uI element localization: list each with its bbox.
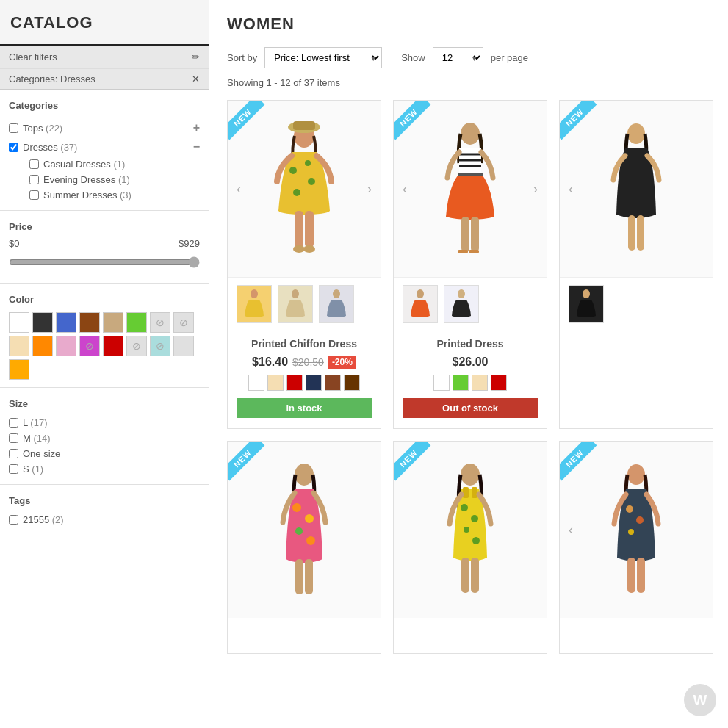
product-color-red-1[interactable]: [286, 375, 303, 391]
size-onesize-checkbox[interactable]: [9, 449, 18, 458]
new-badge-4: NEW: [228, 442, 272, 486]
stock-badge-1[interactable]: In stock: [237, 398, 372, 418]
category-tops-toggle[interactable]: +: [193, 121, 200, 134]
svg-point-28: [583, 289, 590, 298]
svg-point-36: [461, 464, 480, 486]
size-onesize-label[interactable]: One size: [23, 448, 60, 459]
per-page-select[interactable]: 12 24 36 All: [433, 47, 483, 68]
product-color-navy-1[interactable]: [306, 375, 322, 391]
color-swatch-orange[interactable]: [32, 336, 53, 356]
color-swatch-wheat[interactable]: [9, 336, 29, 356]
sub-category-summer-label[interactable]: Summer Dresses (3): [43, 190, 131, 201]
color-swatch-dark[interactable]: [32, 312, 53, 333]
product-prev-1[interactable]: ‹: [231, 177, 247, 201]
product-color-green-2[interactable]: [453, 375, 469, 391]
sub-category-evening-label[interactable]: Evening Dresses (1): [43, 174, 130, 185]
color-swatch-na3[interactable]: ⊘: [79, 336, 100, 356]
color-swatch-na5[interactable]: ⊘: [150, 336, 170, 356]
size-S-checkbox[interactable]: [9, 464, 18, 474]
size-L-label[interactable]: L (17): [23, 417, 47, 428]
sort-label: Sort by: [227, 52, 257, 63]
svg-point-46: [626, 505, 633, 513]
category-dresses-toggle[interactable]: −: [193, 140, 200, 154]
product-next-2[interactable]: ›: [527, 177, 544, 201]
color-swatch-yellow[interactable]: [9, 359, 29, 380]
clear-filters-button[interactable]: Clear filters ✏: [0, 46, 209, 69]
tag-21555-checkbox[interactable]: [9, 515, 18, 525]
product-image-2: NEW ‹: [394, 101, 547, 277]
svg-point-24: [458, 289, 465, 298]
new-badge-3: NEW: [560, 101, 604, 145]
product-color-red-2[interactable]: [491, 375, 507, 391]
size-M-checkbox[interactable]: [9, 433, 18, 443]
product-thumb-2a[interactable]: [403, 285, 438, 323]
svg-rect-8: [305, 211, 314, 248]
size-L-checkbox[interactable]: [9, 418, 18, 428]
svg-point-32: [295, 527, 303, 535]
product-prev-3[interactable]: ‹: [563, 177, 579, 201]
color-swatch-white[interactable]: [9, 312, 29, 333]
svg-point-30: [292, 503, 301, 512]
clear-filters-label: Clear filters: [9, 51, 57, 62]
color-swatch-brown[interactable]: [79, 312, 100, 333]
svg-point-13: [333, 289, 340, 298]
size-M-label[interactable]: M (14): [23, 433, 51, 444]
svg-point-10: [303, 245, 315, 253]
product-thumb-1c[interactable]: [319, 285, 354, 323]
product-card-1: NEW ‹: [227, 100, 381, 429]
product-color-beige-1[interactable]: [267, 375, 284, 391]
product-name-2: Printed Dress: [403, 338, 538, 350]
color-swatch-beige[interactable]: [103, 312, 123, 333]
svg-point-40: [472, 537, 480, 544]
color-swatch-red[interactable]: [103, 336, 123, 356]
product-thumb-2b[interactable]: [444, 285, 479, 323]
product-image-6: NEW ‹: [560, 442, 713, 618]
color-swatch-na4[interactable]: ⊘: [126, 336, 147, 356]
svg-rect-43: [461, 558, 469, 593]
price-section: Price $0 $929: [0, 211, 209, 284]
color-swatch-na6[interactable]: [173, 336, 194, 356]
product-prev-2[interactable]: ‹: [397, 177, 413, 201]
color-swatch-pink[interactable]: [56, 336, 76, 356]
color-swatch-green[interactable]: [126, 312, 147, 333]
product-thumb-1b[interactable]: [278, 285, 313, 323]
category-tops-checkbox[interactable]: [9, 123, 18, 133]
tag-21555-label[interactable]: 21555 (2): [23, 514, 64, 525]
color-swatch-blue[interactable]: [56, 312, 76, 333]
price-max: $929: [179, 238, 200, 249]
svg-rect-42: [472, 487, 477, 498]
product-color-white-1[interactable]: [248, 375, 264, 391]
product-color-beige-2[interactable]: [472, 375, 488, 391]
size-S-label[interactable]: S (1): [23, 464, 43, 475]
svg-rect-27: [637, 215, 644, 251]
svg-point-12: [292, 289, 299, 298]
svg-point-37: [461, 504, 468, 511]
svg-rect-44: [471, 558, 479, 593]
product-color-darkbrown-1[interactable]: [344, 375, 360, 391]
product-color-brown-1[interactable]: [325, 375, 341, 391]
product-prev-6[interactable]: ‹: [563, 518, 579, 542]
svg-point-38: [471, 515, 478, 522]
sub-category-casual-checkbox[interactable]: [29, 159, 39, 169]
results-info: Showing 1 - 12 of 37 items: [227, 77, 713, 88]
category-dresses-checkbox[interactable]: [9, 143, 18, 152]
product-thumb-3a[interactable]: [569, 285, 604, 323]
color-swatch-na1[interactable]: ⊘: [150, 312, 170, 333]
stock-badge-2[interactable]: Out of stock: [403, 398, 538, 418]
category-tops-label[interactable]: Tops (22): [23, 123, 62, 134]
color-swatch-na2[interactable]: ⊘: [173, 312, 194, 333]
product-next-1[interactable]: ›: [361, 177, 378, 201]
sub-category-evening-checkbox[interactable]: [29, 175, 39, 184]
category-dresses-label[interactable]: Dresses (37): [23, 142, 77, 153]
sub-category-casual-label[interactable]: Casual Dresses (1): [43, 159, 125, 170]
svg-point-14: [461, 123, 480, 145]
price-slider[interactable]: [9, 256, 200, 268]
close-icon[interactable]: ✕: [192, 73, 200, 84]
product-color-white-2[interactable]: [433, 375, 450, 391]
product-thumb-1a[interactable]: [237, 285, 272, 323]
svg-rect-2: [293, 121, 315, 130]
svg-rect-20: [471, 217, 479, 252]
new-badge-2: NEW: [394, 101, 438, 145]
sub-category-summer-checkbox[interactable]: [29, 190, 39, 200]
sort-select[interactable]: Price: Lowest first Price: Highest first…: [264, 47, 382, 68]
